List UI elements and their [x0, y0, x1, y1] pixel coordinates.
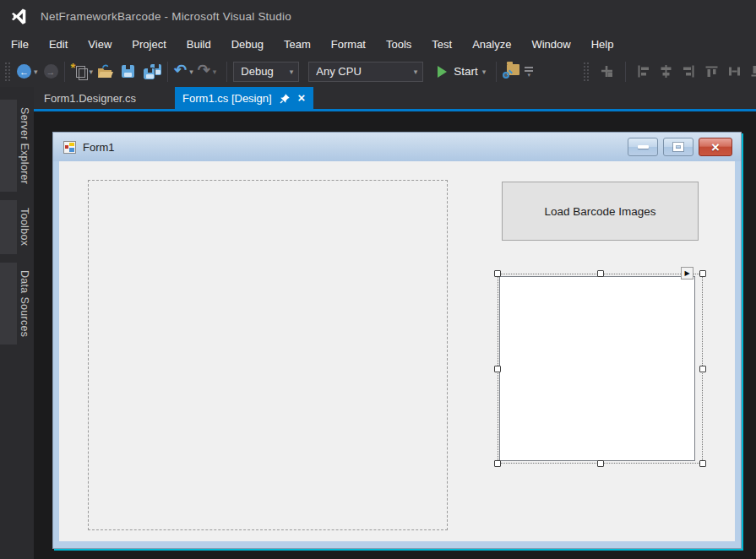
visual-studio-window: NetFrameworkBarcode - Microsoft Visual S…: [0, 0, 756, 559]
minimize-icon: [638, 145, 649, 149]
new-sparkle-icon: *: [71, 60, 76, 74]
close-button[interactable]: ×: [699, 138, 732, 156]
chevron-down-icon: ▾: [285, 68, 299, 76]
redo-dropdown-caret[interactable]: ▾: [213, 68, 217, 76]
selection-handle-top-center[interactable]: [597, 270, 604, 277]
sidebar-tab-label: Server Explorer: [17, 100, 33, 192]
selected-control[interactable]: ▶: [498, 274, 703, 464]
forward-arrow-icon: →: [46, 67, 56, 77]
new-file-icon: *: [73, 63, 87, 79]
close-icon: ×: [711, 140, 720, 155]
menu-file[interactable]: File: [1, 34, 39, 55]
new-file-dropdown-caret[interactable]: ▾: [90, 68, 94, 76]
toolbar-separator: [226, 62, 227, 82]
toolbar-grip-handle[interactable]: [4, 62, 10, 82]
menu-view[interactable]: View: [78, 34, 122, 55]
solution-configuration-dropdown[interactable]: Debug ▾: [233, 62, 299, 82]
standard-toolbar: ← ▾ → * ▾: [0, 56, 756, 87]
align-lefts-icon[interactable]: [636, 64, 650, 79]
magnifier-icon: [503, 72, 509, 79]
forms-designer-surface[interactable]: Form1 ×: [34, 111, 756, 559]
minimize-button[interactable]: [628, 138, 658, 156]
start-dropdown-caret[interactable]: ▾: [482, 68, 487, 76]
load-barcode-images-button[interactable]: Load Barcode Images: [502, 182, 699, 241]
smart-tag-button[interactable]: ▶: [681, 267, 693, 280]
menu-team[interactable]: Team: [274, 34, 321, 55]
form1-design-preview[interactable]: Form1 ×: [52, 132, 742, 549]
close-tab-icon[interactable]: ×: [298, 91, 306, 104]
main-area: Server Explorer Toolbox Data Sources For…: [0, 87, 756, 559]
tab-label: Form1.cs [Design]: [182, 92, 271, 105]
align-to-grid-icon[interactable]: [600, 64, 615, 79]
sidebar-tab-toolbox[interactable]: Toolbox: [0, 200, 34, 253]
redo-button[interactable]: ↷: [198, 61, 210, 83]
save-button[interactable]: [122, 61, 134, 83]
save-floppy-icon: [122, 65, 134, 78]
selection-handle-middle-right[interactable]: [699, 366, 706, 372]
menu-project[interactable]: Project: [122, 34, 176, 55]
menu-build[interactable]: Build: [177, 34, 221, 55]
play-icon: [438, 66, 447, 78]
chevron-down-icon: ▾: [409, 68, 423, 76]
tab-label: Form1.Designer.cs: [44, 92, 136, 105]
menu-help[interactable]: Help: [581, 34, 624, 55]
toolbar-overflow-button[interactable]: ▾: [525, 67, 533, 77]
navigate-forward-button[interactable]: →: [44, 64, 58, 79]
picturebox-control[interactable]: [88, 180, 448, 530]
new-file-button[interactable]: *: [71, 61, 87, 83]
menu-analyze[interactable]: Analyze: [462, 34, 521, 55]
align-bottoms-icon[interactable]: [750, 64, 756, 79]
selection-handle-bottom-left[interactable]: [494, 460, 501, 467]
start-debugging-button[interactable]: Start: [438, 65, 478, 78]
platform-value: Any CPU: [309, 65, 408, 78]
redo-icon: ↷: [198, 62, 210, 78]
smart-tag-arrow-icon: ▶: [684, 269, 689, 277]
undo-dropdown-caret[interactable]: ▾: [189, 68, 193, 76]
tab-form1-designer-cs[interactable]: Form1.Designer.cs: [39, 87, 163, 109]
undo-button[interactable]: ↶: [174, 61, 187, 83]
textbox-control[interactable]: [499, 276, 695, 461]
open-folder-icon: [97, 64, 114, 79]
menu-format[interactable]: Format: [321, 34, 376, 55]
chevron-down-icon: ▾: [528, 73, 531, 77]
navigate-back-button[interactable]: ←: [17, 64, 31, 79]
sidebar-tab-server-explorer[interactable]: Server Explorer: [0, 100, 34, 192]
find-in-files-button[interactable]: [503, 61, 519, 83]
sidebar-tab-data-sources[interactable]: Data Sources: [0, 263, 34, 345]
configuration-value: Debug: [234, 65, 284, 78]
selection-handle-bottom-center[interactable]: [597, 460, 604, 467]
save-all-icon: [144, 64, 161, 79]
selection-handle-top-right[interactable]: [699, 270, 706, 277]
toolbar-grip-handle[interactable]: [583, 62, 589, 82]
maximize-button[interactable]: [663, 138, 693, 156]
align-rights-icon[interactable]: [682, 64, 696, 79]
maximize-icon: [673, 143, 683, 151]
menu-test[interactable]: Test: [422, 34, 462, 55]
open-file-button[interactable]: [97, 61, 114, 83]
tab-form1-cs-design[interactable]: Form1.cs [Design] ×: [175, 87, 313, 109]
toolbar-separator: [64, 62, 65, 82]
solution-platform-dropdown[interactable]: Any CPU ▾: [308, 62, 423, 82]
pin-tab-icon[interactable]: [280, 93, 291, 104]
sidebar-tab-label: Toolbox: [17, 200, 33, 253]
vs-titlebar: NetFrameworkBarcode - Microsoft Visual S…: [0, 0, 756, 32]
selection-handle-middle-left[interactable]: [494, 366, 501, 372]
menu-bar: File Edit View Project Build Debug Team …: [0, 32, 756, 56]
document-well: Form1.Designer.cs Form1.cs [Design] ×: [34, 87, 756, 559]
save-all-button[interactable]: [144, 61, 161, 83]
selection-handle-bottom-right[interactable]: [699, 460, 706, 467]
back-arrow-icon: ←: [19, 67, 29, 77]
menu-window[interactable]: Window: [521, 34, 580, 55]
align-tops-icon[interactable]: [704, 64, 719, 79]
form1-titlebar[interactable]: Form1 ×: [53, 133, 741, 161]
menu-edit[interactable]: Edit: [39, 34, 78, 55]
window-title: NetFrameworkBarcode - Microsoft Visual S…: [41, 10, 291, 23]
form1-client-area[interactable]: Load Barcode Images: [59, 161, 735, 541]
equal-horizontal-spacing-icon[interactable]: [727, 64, 742, 79]
menu-tools[interactable]: Tools: [376, 34, 422, 55]
navigate-back-dropdown-caret[interactable]: ▾: [34, 68, 38, 76]
align-centers-icon[interactable]: [659, 64, 673, 79]
visual-studio-logo-icon: [11, 7, 30, 25]
selection-handle-top-left[interactable]: [494, 270, 501, 277]
menu-debug[interactable]: Debug: [221, 34, 274, 55]
